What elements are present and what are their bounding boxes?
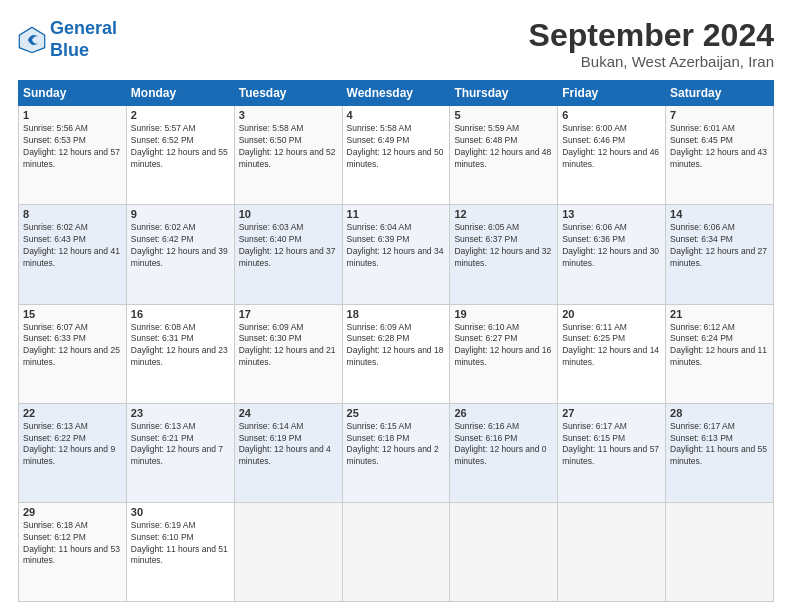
day-info: Sunrise: 6:11 AM Sunset: 6:25 PM Dayligh…	[562, 322, 661, 370]
day-info: Sunrise: 6:10 AM Sunset: 6:27 PM Dayligh…	[454, 322, 553, 370]
day-number: 17	[239, 308, 338, 320]
day-info: Sunrise: 6:03 AM Sunset: 6:40 PM Dayligh…	[239, 222, 338, 270]
logo: General Blue	[18, 18, 117, 61]
col-friday: Friday	[558, 81, 666, 106]
calendar-table: Sunday Monday Tuesday Wednesday Thursday…	[18, 80, 774, 602]
day-number: 27	[562, 407, 661, 419]
table-row: 12 Sunrise: 6:05 AM Sunset: 6:37 PM Dayl…	[450, 205, 558, 304]
day-info: Sunrise: 6:06 AM Sunset: 6:36 PM Dayligh…	[562, 222, 661, 270]
table-row	[558, 502, 666, 601]
logo-line2: Blue	[50, 40, 89, 60]
logo-icon	[18, 26, 46, 54]
day-number: 24	[239, 407, 338, 419]
day-info: Sunrise: 6:08 AM Sunset: 6:31 PM Dayligh…	[131, 322, 230, 370]
table-row: 15 Sunrise: 6:07 AM Sunset: 6:33 PM Dayl…	[19, 304, 127, 403]
day-info: Sunrise: 6:18 AM Sunset: 6:12 PM Dayligh…	[23, 520, 122, 568]
day-info: Sunrise: 6:02 AM Sunset: 6:43 PM Dayligh…	[23, 222, 122, 270]
col-saturday: Saturday	[666, 81, 774, 106]
subtitle: Bukan, West Azerbaijan, Iran	[529, 53, 774, 70]
day-info: Sunrise: 6:15 AM Sunset: 6:18 PM Dayligh…	[347, 421, 446, 469]
table-row: 14 Sunrise: 6:06 AM Sunset: 6:34 PM Dayl…	[666, 205, 774, 304]
table-row: 25 Sunrise: 6:15 AM Sunset: 6:18 PM Dayl…	[342, 403, 450, 502]
table-row: 19 Sunrise: 6:10 AM Sunset: 6:27 PM Dayl…	[450, 304, 558, 403]
day-info: Sunrise: 6:09 AM Sunset: 6:30 PM Dayligh…	[239, 322, 338, 370]
logo-line1: General	[50, 18, 117, 38]
table-row: 26 Sunrise: 6:16 AM Sunset: 6:16 PM Dayl…	[450, 403, 558, 502]
day-info: Sunrise: 6:09 AM Sunset: 6:28 PM Dayligh…	[347, 322, 446, 370]
table-row: 23 Sunrise: 6:13 AM Sunset: 6:21 PM Dayl…	[126, 403, 234, 502]
day-number: 13	[562, 208, 661, 220]
day-info: Sunrise: 5:59 AM Sunset: 6:48 PM Dayligh…	[454, 123, 553, 171]
day-info: Sunrise: 6:04 AM Sunset: 6:39 PM Dayligh…	[347, 222, 446, 270]
day-number: 9	[131, 208, 230, 220]
day-info: Sunrise: 5:58 AM Sunset: 6:50 PM Dayligh…	[239, 123, 338, 171]
table-row: 20 Sunrise: 6:11 AM Sunset: 6:25 PM Dayl…	[558, 304, 666, 403]
day-info: Sunrise: 6:05 AM Sunset: 6:37 PM Dayligh…	[454, 222, 553, 270]
logo-text: General Blue	[50, 18, 117, 61]
day-info: Sunrise: 6:13 AM Sunset: 6:21 PM Dayligh…	[131, 421, 230, 469]
calendar-week-row: 8 Sunrise: 6:02 AM Sunset: 6:43 PM Dayli…	[19, 205, 774, 304]
table-row: 16 Sunrise: 6:08 AM Sunset: 6:31 PM Dayl…	[126, 304, 234, 403]
day-number: 28	[670, 407, 769, 419]
day-number: 1	[23, 109, 122, 121]
table-row: 4 Sunrise: 5:58 AM Sunset: 6:49 PM Dayli…	[342, 106, 450, 205]
day-info: Sunrise: 6:16 AM Sunset: 6:16 PM Dayligh…	[454, 421, 553, 469]
day-number: 22	[23, 407, 122, 419]
page: General Blue September 2024 Bukan, West …	[0, 0, 792, 612]
table-row	[450, 502, 558, 601]
day-number: 19	[454, 308, 553, 320]
title-block: September 2024 Bukan, West Azerbaijan, I…	[529, 18, 774, 70]
table-row: 22 Sunrise: 6:13 AM Sunset: 6:22 PM Dayl…	[19, 403, 127, 502]
table-row	[342, 502, 450, 601]
table-row: 3 Sunrise: 5:58 AM Sunset: 6:50 PM Dayli…	[234, 106, 342, 205]
day-info: Sunrise: 6:13 AM Sunset: 6:22 PM Dayligh…	[23, 421, 122, 469]
day-info: Sunrise: 6:02 AM Sunset: 6:42 PM Dayligh…	[131, 222, 230, 270]
day-number: 8	[23, 208, 122, 220]
day-number: 21	[670, 308, 769, 320]
day-info: Sunrise: 6:00 AM Sunset: 6:46 PM Dayligh…	[562, 123, 661, 171]
table-row: 17 Sunrise: 6:09 AM Sunset: 6:30 PM Dayl…	[234, 304, 342, 403]
calendar-header-row: Sunday Monday Tuesday Wednesday Thursday…	[19, 81, 774, 106]
day-info: Sunrise: 6:01 AM Sunset: 6:45 PM Dayligh…	[670, 123, 769, 171]
day-number: 11	[347, 208, 446, 220]
day-number: 12	[454, 208, 553, 220]
day-number: 26	[454, 407, 553, 419]
col-thursday: Thursday	[450, 81, 558, 106]
table-row: 6 Sunrise: 6:00 AM Sunset: 6:46 PM Dayli…	[558, 106, 666, 205]
table-row: 18 Sunrise: 6:09 AM Sunset: 6:28 PM Dayl…	[342, 304, 450, 403]
day-info: Sunrise: 6:17 AM Sunset: 6:15 PM Dayligh…	[562, 421, 661, 469]
day-number: 5	[454, 109, 553, 121]
table-row: 10 Sunrise: 6:03 AM Sunset: 6:40 PM Dayl…	[234, 205, 342, 304]
table-row: 1 Sunrise: 5:56 AM Sunset: 6:53 PM Dayli…	[19, 106, 127, 205]
day-info: Sunrise: 6:17 AM Sunset: 6:13 PM Dayligh…	[670, 421, 769, 469]
table-row: 13 Sunrise: 6:06 AM Sunset: 6:36 PM Dayl…	[558, 205, 666, 304]
table-row: 21 Sunrise: 6:12 AM Sunset: 6:24 PM Dayl…	[666, 304, 774, 403]
day-info: Sunrise: 6:07 AM Sunset: 6:33 PM Dayligh…	[23, 322, 122, 370]
calendar-week-row: 1 Sunrise: 5:56 AM Sunset: 6:53 PM Dayli…	[19, 106, 774, 205]
day-info: Sunrise: 6:19 AM Sunset: 6:10 PM Dayligh…	[131, 520, 230, 568]
calendar-week-row: 29 Sunrise: 6:18 AM Sunset: 6:12 PM Dayl…	[19, 502, 774, 601]
calendar-week-row: 15 Sunrise: 6:07 AM Sunset: 6:33 PM Dayl…	[19, 304, 774, 403]
header: General Blue September 2024 Bukan, West …	[18, 18, 774, 70]
day-number: 16	[131, 308, 230, 320]
day-info: Sunrise: 6:06 AM Sunset: 6:34 PM Dayligh…	[670, 222, 769, 270]
table-row: 30 Sunrise: 6:19 AM Sunset: 6:10 PM Dayl…	[126, 502, 234, 601]
day-number: 3	[239, 109, 338, 121]
day-number: 4	[347, 109, 446, 121]
day-number: 23	[131, 407, 230, 419]
main-title: September 2024	[529, 18, 774, 53]
day-number: 30	[131, 506, 230, 518]
col-monday: Monday	[126, 81, 234, 106]
table-row: 27 Sunrise: 6:17 AM Sunset: 6:15 PM Dayl…	[558, 403, 666, 502]
table-row: 24 Sunrise: 6:14 AM Sunset: 6:19 PM Dayl…	[234, 403, 342, 502]
day-info: Sunrise: 5:56 AM Sunset: 6:53 PM Dayligh…	[23, 123, 122, 171]
col-wednesday: Wednesday	[342, 81, 450, 106]
day-number: 6	[562, 109, 661, 121]
day-info: Sunrise: 5:57 AM Sunset: 6:52 PM Dayligh…	[131, 123, 230, 171]
day-number: 14	[670, 208, 769, 220]
day-number: 15	[23, 308, 122, 320]
day-info: Sunrise: 6:12 AM Sunset: 6:24 PM Dayligh…	[670, 322, 769, 370]
day-number: 2	[131, 109, 230, 121]
table-row: 2 Sunrise: 5:57 AM Sunset: 6:52 PM Dayli…	[126, 106, 234, 205]
day-number: 29	[23, 506, 122, 518]
